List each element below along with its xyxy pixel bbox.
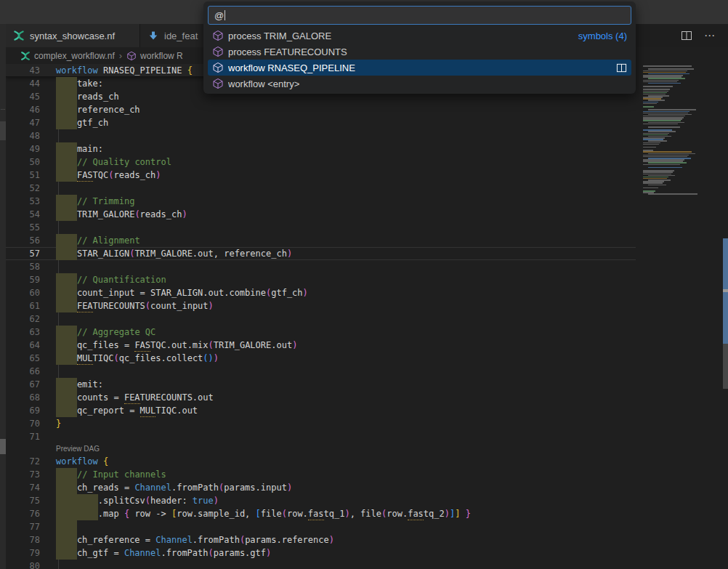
code-line[interactable]: 53 // Trimming: [6, 195, 636, 208]
code-line[interactable]: 62: [6, 312, 636, 326]
breadcrumb-file[interactable]: complex_workflow.nf: [34, 51, 115, 61]
line-number[interactable]: 72: [6, 455, 40, 468]
line-number[interactable]: 61: [6, 299, 40, 312]
codelens-preview-dag[interactable]: Preview DAG: [56, 443, 636, 455]
line-content[interactable]: [56, 560, 636, 569]
quickpick-item[interactable]: process FEATURECOUNTS: [208, 44, 631, 60]
line-number[interactable]: 50: [6, 156, 40, 169]
line-content[interactable]: count_input = STAR_ALIGN.out.combine(gtf…: [56, 286, 636, 299]
line-number[interactable]: 48: [6, 129, 40, 142]
line-number[interactable]: 75: [6, 494, 40, 507]
line-number[interactable]: 80: [6, 560, 40, 569]
line-number[interactable]: 54: [6, 208, 40, 221]
code-line[interactable]: 60 count_input = STAR_ALIGN.out.combine(…: [6, 286, 636, 299]
code-line[interactable]: 63 // Aggregate QC: [6, 326, 636, 339]
line-content[interactable]: [56, 129, 636, 142]
code-line[interactable]: 64 qc_files = FASTQC.out.mix(TRIM_GALORE…: [6, 339, 636, 352]
code-line[interactable]: 66: [6, 365, 636, 378]
line-content[interactable]: ch_gtf = Channel.fromPath(params.gtf): [56, 546, 636, 560]
line-number[interactable]: 70: [6, 417, 40, 430]
code-line[interactable]: 59 // Quantification: [6, 273, 636, 286]
line-content[interactable]: [56, 430, 636, 443]
line-number[interactable]: 51: [6, 169, 40, 182]
line-content[interactable]: counts = FEATURECOUNTS.out: [56, 391, 636, 404]
line-number[interactable]: 47: [6, 116, 40, 129]
line-content[interactable]: }: [56, 417, 636, 430]
code-line[interactable]: 72workflow {: [6, 455, 636, 468]
code-line[interactable]: 51 FASTQC(reads_ch): [6, 169, 636, 182]
code-line[interactable]: 75 .splitCsv(header: true): [6, 494, 636, 507]
open-to-side-icon[interactable]: [616, 62, 627, 73]
line-number[interactable]: 79: [6, 546, 40, 560]
line-number[interactable]: 64: [6, 339, 40, 352]
breadcrumb-symbol[interactable]: workflow R: [140, 51, 183, 61]
code-line[interactable]: 47 gtf_ch: [6, 116, 636, 129]
line-content[interactable]: .map { row -> [row.sample_id, [file(row.…: [56, 507, 636, 520]
code-line[interactable]: 57 STAR_ALIGN(TRIM_GALORE.out, reference…: [6, 247, 636, 260]
quickpick-item[interactable]: workflow RNASEQ_PIPELINE: [208, 60, 631, 76]
line-number[interactable]: 74: [6, 481, 40, 494]
line-number[interactable]: 43: [6, 64, 40, 76]
line-number[interactable]: 69: [6, 404, 40, 417]
code-line[interactable]: 74 ch_reads = Channel.fromPath(params.in…: [6, 481, 636, 494]
quick-open-input[interactable]: @: [208, 6, 631, 25]
line-number[interactable]: 63: [6, 326, 40, 339]
quickpick-item[interactable]: workflow <entry>: [208, 76, 631, 92]
line-content[interactable]: ch_reads = Channel.fromPath(params.input…: [56, 481, 636, 494]
line-number[interactable]: 68: [6, 391, 40, 404]
line-number[interactable]: 44: [6, 77, 40, 90]
line-number[interactable]: 62: [6, 312, 40, 326]
code-line[interactable]: 46 reference_ch: [6, 103, 636, 116]
code-line[interactable]: 77: [6, 520, 636, 533]
line-number[interactable]: 66: [6, 365, 40, 378]
split-editor-icon[interactable]: [681, 30, 692, 41]
line-content[interactable]: // Aggregate QC: [56, 326, 636, 339]
line-number[interactable]: 53: [6, 195, 40, 208]
code-line[interactable]: 71: [6, 430, 636, 443]
line-content[interactable]: gtf_ch: [56, 116, 636, 129]
line-content[interactable]: [56, 221, 636, 234]
line-content[interactable]: // Alignment: [56, 234, 636, 247]
line-content[interactable]: FEATURECOUNTS(count_input): [56, 299, 636, 312]
code-line[interactable]: 73 // Input channels: [6, 468, 636, 481]
line-content[interactable]: MULTIQC(qc_files.collect()): [56, 352, 636, 365]
line-content[interactable]: // Input channels: [56, 468, 636, 481]
line-content[interactable]: [56, 312, 636, 326]
code-line[interactable]: 69 qc_report = MULTIQC.out: [6, 404, 636, 417]
line-content[interactable]: workflow {: [56, 455, 636, 468]
line-number[interactable]: 65: [6, 352, 40, 365]
tab-syntax-showcase[interactable]: syntax_showcase.nf: [6, 24, 140, 47]
code-line[interactable]: 48: [6, 129, 636, 142]
line-content[interactable]: .splitCsv(header: true): [56, 494, 636, 507]
line-number[interactable]: 59: [6, 273, 40, 286]
line-content[interactable]: reference_ch: [56, 103, 636, 116]
code-line[interactable]: 68 counts = FEATURECOUNTS.out: [6, 391, 636, 404]
code-line[interactable]: 61 FEATURECOUNTS(count_input): [6, 299, 636, 312]
code-line[interactable]: 76 .map { row -> [row.sample_id, [file(r…: [6, 507, 636, 520]
line-number[interactable]: 60: [6, 286, 40, 299]
code-line[interactable]: 54 TRIM_GALORE(reads_ch): [6, 208, 636, 221]
line-content[interactable]: [56, 365, 636, 378]
line-number[interactable]: 73: [6, 468, 40, 481]
code-line[interactable]: 52: [6, 182, 636, 195]
line-content[interactable]: FASTQC(reads_ch): [56, 169, 636, 182]
line-number[interactable]: 76: [6, 507, 40, 520]
line-number[interactable]: 46: [6, 103, 40, 116]
line-number[interactable]: 56: [6, 234, 40, 247]
line-content[interactable]: TRIM_GALORE(reads_ch): [56, 208, 636, 221]
line-number[interactable]: 45: [6, 90, 40, 103]
code-line[interactable]: 50 // Quality control: [6, 156, 636, 169]
line-content[interactable]: emit:: [56, 378, 636, 391]
line-content[interactable]: [56, 260, 636, 273]
line-number[interactable]: 57: [6, 247, 40, 260]
line-number[interactable]: 52: [6, 182, 40, 195]
code-line[interactable]: 79 ch_gtf = Channel.fromPath(params.gtf): [6, 546, 636, 560]
line-content[interactable]: // Trimming: [56, 195, 636, 208]
line-content[interactable]: qc_files = FASTQC.out.mix(TRIM_GALORE.ou…: [56, 339, 636, 352]
line-number[interactable]: 71: [6, 430, 40, 443]
scrollbar-thumb[interactable]: [723, 344, 728, 389]
line-content[interactable]: [56, 182, 636, 195]
more-actions-icon[interactable]: ⋯: [704, 30, 715, 41]
code-editor[interactable]: 43workflow RNASEQ_PIPELINE { 44 take:45 …: [6, 64, 636, 569]
line-content[interactable]: [56, 520, 636, 533]
